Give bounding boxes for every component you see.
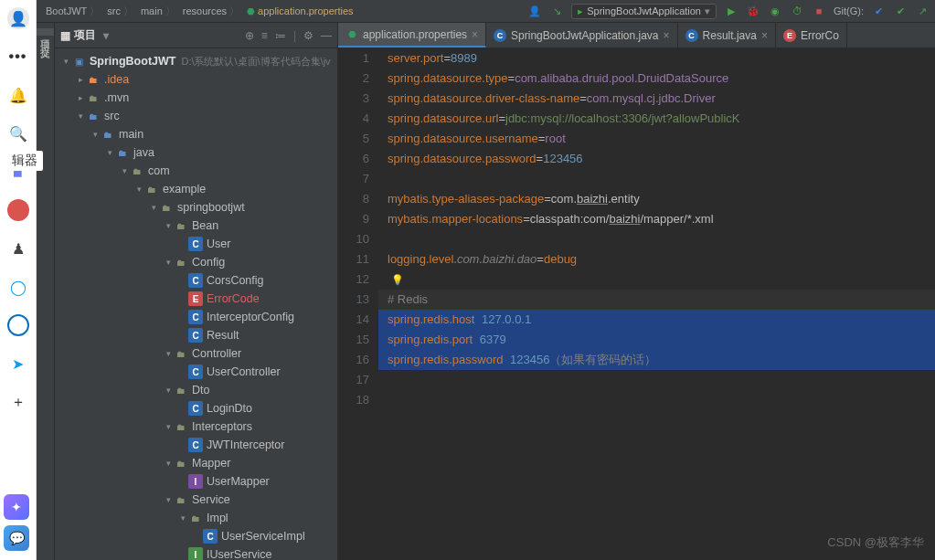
- toolbox-icon[interactable]: [7, 199, 29, 221]
- enum-icon: E: [783, 29, 796, 42]
- folder-icon: 🖿: [86, 72, 101, 87]
- code-line[interactable]: spring.redis.port=6379: [388, 330, 935, 350]
- tree-row[interactable]: ▾🖿example: [55, 180, 337, 198]
- collapse-icon[interactable]: ≔: [275, 29, 286, 42]
- avatar-icon[interactable]: 👤: [7, 7, 29, 29]
- tree-row[interactable]: IUserMapper: [55, 472, 337, 491]
- bell-icon[interactable]: 🔔: [7, 84, 29, 106]
- tree-row[interactable]: EErrorCode: [55, 290, 337, 308]
- tree-row[interactable]: ▸🖿.idea: [55, 70, 337, 89]
- gear-icon[interactable]: ⚙: [303, 29, 313, 42]
- search-icon[interactable]: 🔍: [7, 122, 29, 144]
- code-line[interactable]: spring.datasource.type=com.alibaba.druid…: [388, 69, 935, 89]
- tree-row[interactable]: ▾🖿Interceptors: [55, 417, 337, 436]
- user-icon[interactable]: 👤: [527, 4, 542, 18]
- telegram-icon[interactable]: ➤: [7, 353, 29, 375]
- close-icon[interactable]: ×: [761, 29, 768, 42]
- float-icon-2[interactable]: 💬: [4, 525, 29, 551]
- tree-label: UserMapper: [207, 475, 270, 488]
- close-icon[interactable]: ×: [472, 28, 478, 41]
- tree-label: Bean: [192, 219, 218, 232]
- float-icon-1[interactable]: ✦: [4, 494, 29, 520]
- editor-tab[interactable]: CResult.java×: [678, 23, 776, 48]
- stop-icon[interactable]: ■: [812, 4, 826, 18]
- code-line[interactable]: spring.datasource.password=123456: [388, 149, 935, 169]
- tree-row[interactable]: ▾🖿Service: [55, 491, 337, 509]
- run-config-combo[interactable]: ▸ SpringBootJwtApplication ▾: [571, 4, 717, 19]
- minimize-icon[interactable]: —: [321, 29, 332, 42]
- breadcrumb[interactable]: src〉: [103, 5, 137, 18]
- code-line[interactable]: spring.redis.password=123456（如果有密码的话）: [388, 350, 935, 370]
- tree-row[interactable]: IIUserService: [55, 545, 337, 560]
- folder-icon: 🖿: [174, 346, 188, 361]
- run-icon[interactable]: ▶: [724, 4, 738, 18]
- coverage-icon[interactable]: ◉: [768, 4, 782, 18]
- code-line[interactable]: server.port=8989: [388, 48, 935, 69]
- code-line[interactable]: spring.datasource.driver-class-name=com.…: [388, 89, 935, 109]
- close-icon[interactable]: ×: [664, 29, 670, 42]
- tree-row[interactable]: CUserServiceImpl: [55, 527, 337, 545]
- tree-row[interactable]: ▾🖿com: [55, 162, 337, 180]
- editor-tab[interactable]: ⬣application.properties×: [338, 23, 486, 48]
- code-line[interactable]: # Redis: [388, 290, 935, 310]
- editor-tab[interactable]: CSpringBootJwtApplication.java×: [486, 23, 677, 48]
- profile-icon[interactable]: ⏱: [790, 4, 804, 18]
- build-icon[interactable]: ↘: [549, 4, 564, 18]
- code-line[interactable]: mybatis.mapper-locations=classpath:com/b…: [388, 209, 935, 229]
- debug-icon[interactable]: 🐞: [746, 4, 760, 18]
- tree-row[interactable]: CJWTInterceptor: [55, 436, 337, 454]
- code-line[interactable]: [388, 390, 935, 410]
- breadcrumb[interactable]: ⬣application.properties: [243, 5, 357, 16]
- tree-row[interactable]: CUser: [55, 235, 337, 253]
- folder-icon: 🖿: [115, 145, 130, 160]
- sidebar-item-project[interactable]: 项目: [37, 28, 54, 36]
- tree-row[interactable]: ▾🖿main: [55, 125, 337, 143]
- add-icon[interactable]: ＋: [7, 391, 29, 413]
- project-tree[interactable]: ▾▣SpringBootJWTD:\系统默认\桌面\博客代码合集\jv▸🖿.id…: [55, 48, 337, 560]
- tree-row[interactable]: ▾🖿Dto: [55, 381, 337, 399]
- project-panel-title[interactable]: ▦ 项目 ▾: [60, 27, 109, 43]
- code-line[interactable]: 💡: [388, 269, 935, 290]
- tree-row[interactable]: ▾🖿Config: [55, 253, 337, 271]
- tree-row[interactable]: CCorsConfig: [55, 271, 337, 290]
- tree-row[interactable]: CInterceptorConfig: [55, 308, 337, 326]
- code-line[interactable]: spring.datasource.url=jdbc:mysql://local…: [388, 109, 935, 129]
- chess-icon[interactable]: ♟: [7, 238, 29, 259]
- chevron-icon: ▾: [75, 111, 86, 121]
- breadcrumb[interactable]: main〉: [137, 5, 179, 18]
- tree-row[interactable]: ▾🖿Bean: [55, 217, 337, 235]
- code-line[interactable]: [388, 169, 935, 189]
- code-line[interactable]: logging.level.com.baizhi.dao=debug: [388, 249, 935, 269]
- target-icon[interactable]: ⊕: [245, 29, 254, 42]
- breadcrumb[interactable]: resources〉: [179, 5, 243, 18]
- tree-row[interactable]: ▾🖿Mapper: [55, 454, 337, 472]
- tree-row[interactable]: ▾▣SpringBootJWTD:\系统默认\桌面\博客代码合集\jv: [55, 52, 337, 70]
- tree-row[interactable]: ▸🖿.mvn: [55, 89, 337, 107]
- outlook-icon[interactable]: [7, 314, 29, 336]
- breadcrumb[interactable]: BootJWT〉: [42, 5, 103, 18]
- code-area[interactable]: server.port=8989spring.datasource.type=c…: [378, 48, 935, 560]
- tree-row[interactable]: ▾🖿src: [55, 107, 337, 125]
- code-line[interactable]: mybatis.type-aliases-package=com.baizhi.…: [388, 189, 935, 209]
- tree-row[interactable]: ▾🖿java: [55, 143, 337, 162]
- git-update-icon[interactable]: ✔: [871, 4, 886, 18]
- expand-icon[interactable]: ≡: [261, 29, 268, 42]
- tree-row[interactable]: CResult: [55, 326, 337, 344]
- editor-tab[interactable]: EErrorCo: [776, 23, 847, 48]
- code-line[interactable]: [388, 370, 935, 390]
- code-line[interactable]: [388, 229, 935, 249]
- tree-row[interactable]: CUserController: [55, 363, 337, 381]
- tree-row[interactable]: ▾🖿springbootjwt: [55, 198, 337, 217]
- tree-row[interactable]: CLoginDto: [55, 399, 337, 417]
- sidebar-item-commit[interactable]: 提交: [37, 36, 54, 43]
- more-icon[interactable]: •••: [7, 46, 29, 68]
- git-push-icon[interactable]: ↗: [915, 4, 930, 18]
- tree-row[interactable]: ▾🖿Impl: [55, 509, 337, 527]
- tab-label: Result.java: [703, 29, 757, 42]
- code-line[interactable]: spring.datasource.username=root: [388, 129, 935, 149]
- edge-icon[interactable]: ◯: [7, 276, 29, 298]
- git-commit-icon[interactable]: ✔: [893, 4, 908, 18]
- bulb-icon[interactable]: 💡: [391, 269, 404, 290]
- code-line[interactable]: spring.redis.host=127.0.0.1: [388, 310, 935, 330]
- tree-row[interactable]: ▾🖿Controller: [55, 344, 337, 363]
